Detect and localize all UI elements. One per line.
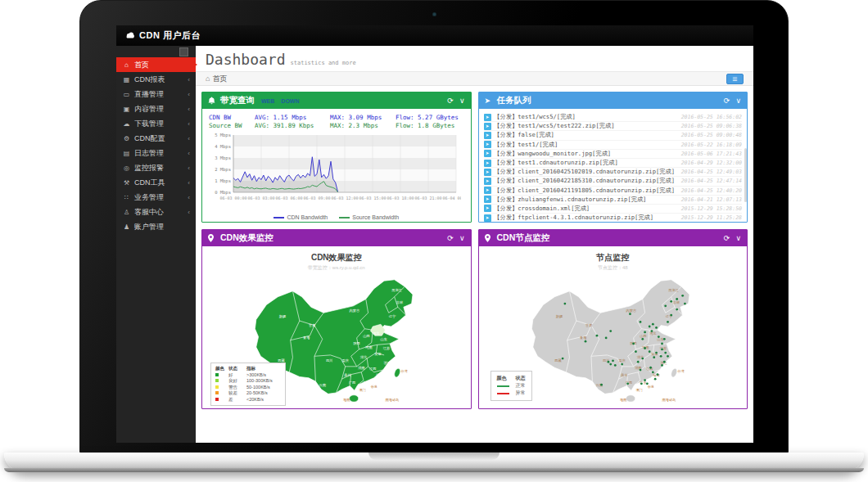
node-dot[interactable] — [632, 343, 635, 345]
node-dot[interactable] — [670, 314, 672, 317]
sidebar-item-日志管理[interactable]: ▤日志管理‹ — [116, 146, 196, 160]
node-dot[interactable] — [681, 295, 684, 297]
node-dot[interactable] — [635, 350, 637, 353]
node-dot[interactable] — [676, 309, 678, 311]
task-row[interactable]: ➤【分发】test1/wcs5/test222.zip[完成]2016-05-2… — [484, 122, 743, 131]
node-dot[interactable] — [659, 355, 662, 358]
task-row[interactable]: ➤【分发】test1.cdnautorunzip.zip[完成]2016-04-… — [484, 159, 743, 168]
sidebar-item-直播管理[interactable]: ▭直播管理‹ — [116, 87, 196, 101]
sidebar-item-下载管理[interactable]: ☁下载管理‹ — [116, 116, 196, 131]
node-dot[interactable] — [652, 371, 654, 373]
refresh-icon[interactable]: ⟳ — [447, 97, 454, 105]
node-dot[interactable] — [639, 369, 641, 372]
task-row[interactable]: ➤【分发】ftpclient-4.3.1.cdnautorunzip.zip[完… — [484, 214, 743, 223]
node-dot[interactable] — [629, 313, 631, 315]
node-dot[interactable] — [644, 331, 646, 334]
cdn-node-panel: CDN节点监控 ⟳ ∨ 节点监控 节点监控：48 新疆西藏青海甘肃内蒙古黑龙江吉… — [478, 229, 748, 409]
collapse-icon[interactable]: ∨ — [735, 234, 741, 242]
sidebar-item-内容管理[interactable]: ▣内容管理‹ — [116, 101, 196, 116]
node-dot[interactable] — [584, 340, 586, 343]
legend-swatch — [339, 217, 350, 218]
sidebar-item-首页[interactable]: ⌂首页 — [116, 57, 196, 72]
node-dot[interactable] — [670, 300, 672, 303]
sidebar-item-监控报警[interactable]: ◎监控报警‹ — [116, 160, 196, 175]
node-dot[interactable] — [563, 303, 566, 305]
breadcrumb-action-button[interactable]: ☰ — [726, 74, 744, 84]
node-dot[interactable] — [640, 382, 643, 385]
collapse-icon[interactable]: ∨ — [459, 234, 465, 242]
node-dot[interactable] — [684, 303, 686, 305]
node-dot[interactable] — [637, 361, 640, 363]
node-dot[interactable] — [561, 358, 563, 360]
sidebar-item-业务管理[interactable]: ∷业务管理‹ — [116, 190, 196, 205]
node-dot[interactable] — [664, 352, 667, 354]
node-dot[interactable] — [612, 359, 614, 362]
node-dot[interactable] — [641, 358, 644, 360]
node-dot[interactable] — [655, 327, 658, 329]
node-dot[interactable] — [644, 379, 646, 381]
node-dot[interactable] — [609, 363, 612, 366]
node-dot[interactable] — [658, 336, 660, 338]
province-label: 江西 — [646, 367, 653, 371]
china-node-map[interactable]: 新疆西藏青海甘肃内蒙古黑龙江吉林辽宁河北山西山东河南陕西四川重庆湖北安徽江苏浙江… — [517, 272, 709, 406]
sidebar-item-客服中心[interactable]: ♙客服中心‹ — [116, 205, 196, 219]
node-dot[interactable] — [626, 382, 629, 385]
node-dot[interactable] — [641, 338, 644, 340]
node-dot[interactable] — [649, 367, 652, 369]
sidebar-item-账户管理[interactable]: ♟账户管理 — [116, 219, 196, 234]
node-dot[interactable] — [607, 361, 609, 363]
task-row[interactable]: ➤【分发】client_20160425102019.cdnautorunzip… — [484, 168, 743, 177]
sidebar-toggle-button[interactable] — [179, 47, 188, 56]
node-dot[interactable] — [667, 321, 669, 323]
breadcrumb[interactable]: ⌂ 首页 — [206, 74, 227, 84]
scrollbar[interactable] — [744, 148, 747, 202]
task-row[interactable]: ➤【分发】client_20160422185310.cdnautorunzip… — [484, 177, 743, 186]
collapse-icon[interactable]: ∨ — [459, 97, 465, 105]
task-row[interactable]: ➤【分发】test1/wcs5/[完成]2016-05-25 16:56:02 — [484, 113, 743, 122]
node-dot[interactable] — [639, 321, 641, 323]
task-timestamp: 2016-05-06 17:21:43 — [681, 151, 742, 157]
collapse-icon[interactable]: ∨ — [735, 97, 741, 105]
refresh-icon[interactable]: ⟳ — [724, 97, 730, 105]
task-row[interactable]: ➤【分发】crossdomain.xml[完成]2015-12-29 15:28… — [484, 205, 743, 214]
node-dot[interactable] — [652, 323, 654, 326]
down-link[interactable]: DOWN — [281, 98, 299, 104]
node-dot[interactable] — [663, 361, 666, 363]
node-dot[interactable] — [653, 356, 655, 358]
node-dot[interactable] — [650, 330, 653, 332]
node-dot[interactable] — [604, 337, 607, 340]
node-dot[interactable] — [644, 347, 646, 349]
node-dot[interactable] — [663, 338, 666, 340]
node-dot[interactable] — [649, 326, 651, 328]
node-dot[interactable] — [655, 352, 658, 354]
node-dot[interactable] — [600, 384, 603, 386]
node-dot[interactable] — [661, 343, 663, 345]
province-label: 湖北 — [360, 355, 368, 359]
node-dot[interactable] — [661, 364, 663, 367]
task-row[interactable]: ➤【分发】client_20160421191805.cdnautorunzip… — [484, 187, 743, 196]
node-dot[interactable] — [621, 363, 623, 366]
node-dot[interactable] — [667, 355, 669, 358]
task-row[interactable]: ➤【分发】wangwoodu_monitor.jpg[完成]2016-05-06… — [484, 150, 743, 159]
node-dot[interactable] — [595, 335, 598, 337]
refresh-icon[interactable]: ⟳ — [724, 234, 730, 242]
web-link[interactable]: WEB — [261, 98, 274, 104]
node-dot[interactable] — [614, 364, 617, 367]
sidebar-item-CDN工具[interactable]: ⚒CDN工具‹ — [116, 175, 196, 190]
node-dot[interactable] — [649, 350, 651, 353]
task-row[interactable]: ➤【分发】false[完成]2016-05-25 09:00:48 — [484, 131, 743, 140]
node-dot[interactable] — [676, 298, 678, 300]
task-row[interactable]: ➤【分发】zhuliangfenwi.cdnautorunzip.zip[完成]… — [484, 196, 743, 205]
refresh-icon[interactable]: ⟳ — [447, 234, 454, 242]
province-label: 广西 — [626, 381, 632, 385]
node-dot[interactable] — [653, 378, 656, 381]
node-dot[interactable] — [661, 349, 663, 351]
node-dot[interactable] — [664, 304, 667, 307]
sidebar-item-CDN报表[interactable]: ▦CDN报表‹ — [116, 72, 196, 87]
node-dot[interactable] — [646, 382, 649, 385]
task-row[interactable]: ➤【分发】test1/[完成]2016-05-22 16:18:09 — [484, 141, 743, 150]
home-icon: ⌂ — [122, 61, 131, 69]
node-dot[interactable] — [656, 373, 658, 376]
sidebar-item-CDN配置[interactable]: ⚙CDN配置‹ — [116, 131, 196, 146]
node-dot[interactable] — [609, 330, 612, 332]
